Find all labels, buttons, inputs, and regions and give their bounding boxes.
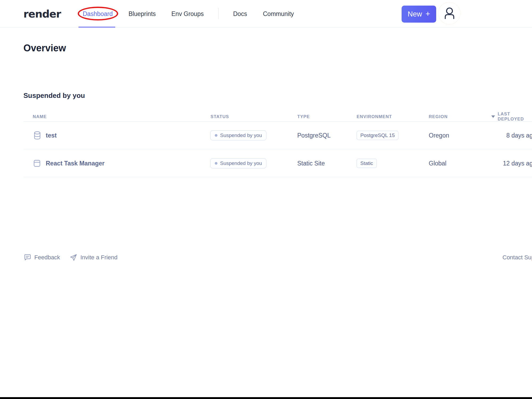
column-header-type[interactable]: TYPE	[297, 112, 310, 121]
new-button[interactable]: New +	[402, 6, 436, 23]
invite-label: Invite a Friend	[80, 254, 117, 261]
status-badge-label: Suspended by you	[220, 160, 262, 166]
person-icon	[444, 7, 455, 20]
region-cell: Global	[429, 160, 446, 167]
contact-support-label: Contact Support	[502, 254, 532, 261]
invite-a-friend-link[interactable]: Invite a Friend	[70, 252, 117, 263]
column-header-last-deploy-label: LAST DEPLOYED	[498, 111, 532, 122]
type-cell: PostgreSQL	[297, 132, 331, 139]
status-badge: Suspended by you	[210, 158, 266, 168]
feedback-link[interactable]: Feedback	[24, 252, 60, 263]
active-tab-underline	[79, 27, 115, 28]
nav-item-community[interactable]: Community	[263, 0, 294, 28]
environment-cell: PostgreSQL 15	[357, 131, 398, 140]
table-header-row: NAME STATUS TYPE ENVIRONMENT REGION LAST…	[0, 112, 532, 121]
section-title: Suspended by you	[23, 92, 85, 100]
static-site-icon	[34, 159, 40, 167]
feedback-bubble-icon	[24, 254, 31, 261]
nav-item-env-groups[interactable]: Env Groups	[171, 0, 204, 28]
feedback-label: Feedback	[34, 254, 60, 261]
status-dot-icon	[215, 134, 217, 137]
environment-badge[interactable]: Static	[357, 159, 377, 168]
render-logo[interactable]: render	[23, 0, 61, 28]
nav-divider	[218, 8, 218, 19]
render-dashboard-page: render Dashboard Blueprints Env Groups D…	[0, 0, 532, 399]
table-row-test[interactable]: test Suspended by you PostgreSQL Postgre…	[0, 121, 532, 149]
status-cell: Suspended by you	[210, 158, 266, 168]
last-deploy-cell: 8 days ago	[490, 132, 532, 139]
page-title: Overview	[23, 43, 66, 54]
account-avatar-button[interactable]	[438, 2, 460, 24]
service-name-link[interactable]: test	[46, 132, 57, 139]
bottom-black-bar	[0, 397, 532, 399]
new-button-label: New	[408, 10, 422, 18]
column-header-status[interactable]: STATUS	[211, 112, 229, 121]
status-badge: Suspended by you	[210, 130, 266, 140]
last-deploy-cell: 12 days ago	[490, 160, 532, 167]
database-icon	[34, 131, 41, 140]
environment-badge[interactable]: PostgreSQL 15	[357, 131, 398, 140]
region-cell: Oregon	[429, 132, 449, 139]
status-dot-icon	[215, 162, 217, 165]
paper-plane-icon	[70, 254, 77, 261]
table-row-react-task-manager[interactable]: React Task Manager Suspended by you Stat…	[0, 149, 532, 177]
row-divider	[23, 177, 532, 177]
plus-icon: +	[426, 9, 430, 18]
contact-support-link[interactable]: Contact Support	[502, 252, 532, 263]
status-badge-label: Suspended by you	[220, 132, 262, 138]
column-header-name[interactable]: NAME	[33, 112, 47, 121]
nav-item-blueprints[interactable]: Blueprints	[129, 0, 156, 28]
type-cell: Static Site	[297, 160, 325, 167]
service-name-link[interactable]: React Task Manager	[46, 160, 105, 167]
column-header-last-deploy[interactable]: LAST DEPLOYED	[491, 112, 532, 121]
environment-cell: Static	[357, 159, 377, 168]
column-header-region[interactable]: REGION	[429, 112, 448, 121]
top-nav: render Dashboard Blueprints Env Groups D…	[0, 0, 532, 28]
status-cell: Suspended by you	[210, 130, 266, 140]
nav-item-dashboard[interactable]: Dashboard	[83, 0, 113, 28]
column-header-environment[interactable]: ENVIRONMENT	[357, 112, 392, 121]
sort-desc-icon	[491, 115, 495, 118]
nav-item-docs[interactable]: Docs	[233, 0, 247, 28]
